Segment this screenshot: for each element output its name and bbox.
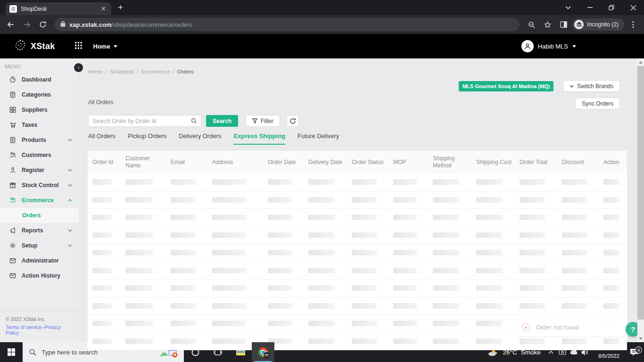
skeleton-loader: [308, 214, 335, 220]
browser-tabstrip: ShopDesk ✕ +: [0, 0, 644, 15]
sidebar-item-action-history[interactable]: Action History: [0, 268, 79, 283]
skeleton-loader: [125, 197, 153, 203]
toast: ✕ Order not found: [515, 319, 627, 336]
sidebar-collapse-button[interactable]: ‹: [74, 63, 83, 72]
window-minimize-button[interactable]: [579, 0, 601, 15]
tab-all-orders[interactable]: All Orders: [88, 132, 116, 145]
tab-delivery-orders[interactable]: Delivery Orders: [179, 132, 221, 145]
chevron-down-icon: [68, 139, 72, 141]
table-header-row: Order IdCustomer NameEmailAddressOrder D…: [88, 151, 627, 173]
skeleton-loader: [433, 232, 459, 238]
skeleton-loader: [212, 321, 247, 326]
sidebar-item-categories[interactable]: Categories: [0, 87, 79, 102]
skeleton-loader: [212, 250, 247, 255]
skeleton-loader: [171, 179, 196, 185]
breadcrumb-item-ecommerce[interactable]: Ecommerce: [141, 69, 170, 74]
home-nav-dropdown[interactable]: Home: [93, 43, 117, 50]
back-button[interactable]: [4, 17, 18, 32]
skeleton-loader: [352, 285, 377, 291]
side-panel-icon[interactable]: [556, 17, 570, 32]
skeleton-loader: [308, 268, 335, 273]
skeleton-loader: [171, 303, 196, 309]
sidebar-item-ecommerce[interactable]: Ecommerce: [0, 193, 79, 208]
sidebar-item-suppliers[interactable]: Suppliers: [0, 102, 79, 117]
order-tabs: All OrdersPickup OrdersDelivery OrdersEx…: [88, 132, 339, 145]
app-grid-icon[interactable]: [75, 42, 82, 51]
onedrive-icon[interactable]: [568, 350, 579, 355]
tray-expand-icon[interactable]: [545, 351, 557, 354]
sidebar-item-reports[interactable]: Reports: [0, 223, 79, 238]
sync-orders-button[interactable]: Sync Orders: [575, 98, 620, 109]
sidebar-item-stock-control[interactable]: Stock Control: [0, 178, 79, 193]
refresh-button[interactable]: [287, 115, 299, 127]
forward-button[interactable]: [20, 17, 34, 32]
chrome-taskbar-icon[interactable]: [252, 342, 274, 362]
skeleton-loader: [268, 321, 292, 326]
browser-menu-icon[interactable]: [626, 17, 640, 32]
skeleton-loader: [92, 250, 112, 255]
skeleton-loader: [433, 179, 459, 185]
bookmark-star-icon[interactable]: [540, 17, 554, 32]
skeleton-loader: [352, 232, 377, 238]
chevron-down-icon: [114, 45, 117, 48]
column-header-delivery-date: Delivery Date: [304, 159, 347, 166]
sidebar-item-setup[interactable]: Setup: [0, 238, 79, 253]
url-bar[interactable]: xap.xstak.com/shopdesk/ecommerce/orders: [55, 18, 520, 31]
menu-label: MENU: [0, 58, 79, 72]
sidebar-item-taxes[interactable]: Taxes: [0, 117, 79, 132]
skeleton-loader: [268, 303, 292, 309]
scroll-up-arrow[interactable]: [637, 59, 644, 66]
incognito-badge[interactable]: Incognito (2): [572, 18, 624, 31]
sidebar-item-register[interactable]: Register: [0, 163, 79, 178]
tab-future-delivery[interactable]: Future Delivery: [297, 132, 339, 145]
window-close-button[interactable]: [622, 0, 644, 15]
new-tab-button[interactable]: +: [118, 2, 123, 15]
sidebar-item-customers[interactable]: Customers: [0, 148, 79, 163]
notification-count-badge: 4: [635, 346, 642, 354]
skeleton-loader: [433, 303, 459, 309]
start-button[interactable]: [0, 342, 23, 362]
window-restore-button[interactable]: [601, 0, 622, 15]
skeleton-loader: [603, 232, 619, 238]
page-title: All Orders: [88, 99, 113, 106]
order-search-field[interactable]: [88, 115, 201, 127]
skeleton-loader: [562, 338, 587, 344]
skeleton-loader: [92, 321, 112, 326]
user-menu[interactable]: Habib MLS: [521, 40, 576, 52]
skeleton-loader: [562, 232, 587, 238]
breadcrumb-item-home[interactable]: Home: [88, 69, 103, 74]
reload-button[interactable]: [36, 17, 50, 32]
filter-button[interactable]: Filter: [246, 115, 280, 127]
action-center-icon[interactable]: 4: [624, 348, 644, 356]
sidebar-item-products[interactable]: Products: [0, 132, 79, 148]
skeleton-loader: [603, 268, 619, 273]
tab-express-shipping[interactable]: Express Shipping: [233, 132, 285, 145]
tab-close-icon[interactable]: ✕: [99, 5, 107, 12]
tab-pickup-orders[interactable]: Pickup Orders: [128, 132, 166, 145]
zoom-icon[interactable]: [524, 17, 538, 32]
sidebar-subitem-orders[interactable]: Orders: [0, 208, 79, 223]
sidebar-item-dashboard[interactable]: Dashboard: [0, 72, 79, 87]
switch-brands-button[interactable]: Switch Brands: [563, 80, 620, 92]
scrollbar-thumb[interactable]: [637, 66, 644, 320]
dashboard-icon: [9, 76, 16, 83]
search-button[interactable]: Search: [206, 115, 238, 127]
breadcrumb-item-shopdesk[interactable]: Shopdesk: [110, 69, 134, 74]
terms-link[interactable]: Terms of service: [6, 324, 41, 330]
skeleton-loader: [352, 197, 377, 203]
skeleton-loader: [520, 197, 545, 203]
scroll-down-arrow[interactable]: [637, 335, 644, 342]
skeleton-loader: [171, 197, 196, 203]
ecommerce-icon: [9, 197, 16, 204]
page-scrollbar[interactable]: [637, 58, 644, 342]
customers-icon: [9, 152, 16, 158]
table-row: [88, 209, 627, 227]
skeleton-loader: [393, 179, 417, 185]
skeleton-loader: [562, 197, 587, 203]
sidebar-item-administrator[interactable]: Administrator: [0, 253, 79, 268]
search-input[interactable]: [92, 118, 191, 124]
tab-search-icon[interactable]: [557, 0, 579, 15]
browser-tab[interactable]: ShopDesk ✕: [6, 2, 111, 15]
skeleton-loader: [476, 214, 503, 220]
sidebar: MENU ‹ DashboardCategoriesSuppliersTaxes…: [0, 58, 79, 342]
